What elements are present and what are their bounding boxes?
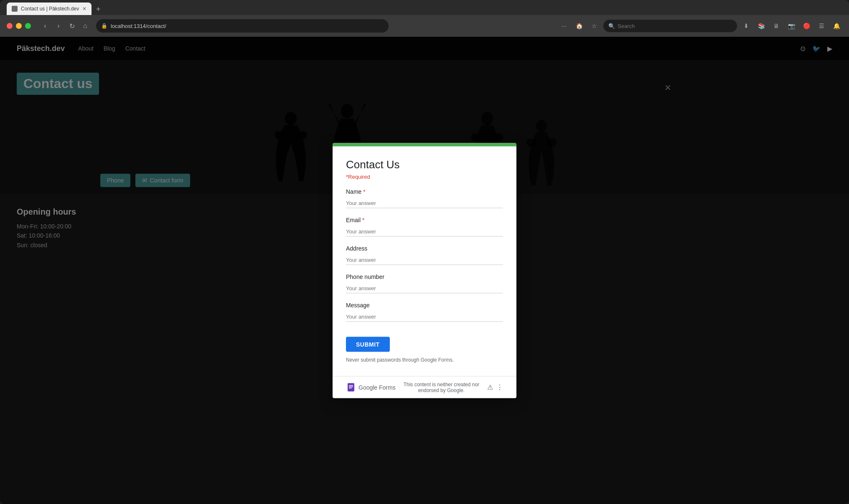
- warning-icon[interactable]: ⚠: [487, 383, 493, 391]
- reload-button[interactable]: ↻: [66, 20, 78, 32]
- submit-section: SUBMIT Never submit passwords through Go…: [333, 330, 516, 376]
- svg-rect-5: [349, 385, 353, 386]
- message-field-group: Message: [346, 301, 503, 322]
- more-options-icon[interactable]: ⋮: [496, 383, 503, 391]
- new-tab-button[interactable]: +: [92, 3, 104, 15]
- submit-button[interactable]: SUBMIT: [346, 337, 390, 352]
- traffic-lights: [7, 23, 31, 29]
- phone-field-label: Phone number: [346, 273, 503, 280]
- page-content: Päkstech.dev About Blog Contact ⊙ 🐦 ▶: [0, 37, 849, 504]
- browser-tab[interactable]: Contact us | Päkstech.dev ✕: [7, 3, 92, 15]
- name-label-text: Name: [346, 188, 361, 195]
- menu-icon[interactable]: ☰: [816, 20, 827, 32]
- minimize-window-button[interactable]: [16, 23, 22, 29]
- phone-input[interactable]: [346, 283, 503, 293]
- message-label-text: Message: [346, 301, 370, 308]
- name-field-group: Name *: [346, 188, 503, 208]
- required-note: *Required: [346, 173, 503, 180]
- phone-field-group: Phone number: [346, 273, 503, 293]
- message-field-label: Message: [346, 301, 503, 308]
- home-button[interactable]: ⌂: [79, 20, 91, 32]
- phone-label-text: Phone number: [346, 273, 384, 280]
- forward-button[interactable]: ›: [53, 20, 64, 32]
- reading-list-icon[interactable]: 📚: [755, 20, 767, 32]
- password-warning: Never submit passwords through Google Fo…: [346, 357, 503, 369]
- close-window-button[interactable]: [7, 23, 13, 29]
- email-field-label: Email *: [346, 216, 503, 223]
- modal-title: Contact Us: [346, 158, 503, 171]
- name-required-indicator: *: [363, 188, 365, 195]
- modal-footer: Google Forms This content is neither cre…: [333, 376, 516, 398]
- security-icon: 🔒: [101, 23, 107, 29]
- address-field-label: Address: [346, 245, 503, 251]
- address-input[interactable]: [346, 255, 503, 265]
- tab-favicon: [12, 6, 18, 12]
- bookmark-icon[interactable]: ☆: [588, 20, 600, 32]
- google-forms-logo: Google Forms: [346, 382, 396, 392]
- maximize-window-button[interactable]: [25, 23, 31, 29]
- contact-us-modal: Contact Us *Required Name * Email *: [333, 143, 516, 398]
- search-input[interactable]: [618, 23, 732, 29]
- name-field-label: Name *: [346, 188, 503, 195]
- browser-search-bar[interactable]: 🔍: [603, 20, 737, 32]
- extensions-icon[interactable]: ···: [558, 20, 570, 32]
- message-input[interactable]: [346, 312, 503, 322]
- browser-nav: ‹ › ↻ ⌂: [39, 20, 91, 32]
- addon-icon[interactable]: 🔴: [801, 20, 812, 32]
- svg-rect-6: [349, 386, 353, 387]
- tab-title: Contact us | Päkstech.dev: [21, 6, 79, 12]
- google-forms-icon: [346, 382, 356, 392]
- svg-rect-4: [348, 383, 354, 391]
- modal-accent-bar: [333, 143, 516, 146]
- tab-close-button[interactable]: ✕: [82, 6, 86, 12]
- email-required-indicator: *: [362, 216, 364, 223]
- browser-titlebar: ‹ › ↻ ⌂ 🔒 localhost:1314/contact/ ··· 🏠 …: [0, 15, 849, 37]
- address-bar[interactable]: 🔒 localhost:1314/contact/: [96, 19, 389, 33]
- google-forms-text: Google Forms: [358, 384, 396, 390]
- notification-icon[interactable]: 🔔: [831, 20, 842, 32]
- browser-toolbar-right: ··· 🏠 ☆ 🔍 ⬇ 📚 🖥 📷 🔴 ☰ 🔔: [558, 20, 842, 32]
- search-icon: 🔍: [608, 23, 615, 29]
- modal-close-button[interactable]: ✕: [662, 82, 674, 94]
- screenshot-icon[interactable]: 📷: [785, 20, 797, 32]
- email-label-text: Email: [346, 216, 361, 223]
- browser-window: Contact us | Päkstech.dev ✕ + ‹ › ↻ ⌂ 🔒 …: [0, 0, 849, 504]
- tab-bar: Contact us | Päkstech.dev ✕ +: [0, 0, 849, 15]
- footer-icons: ⚠ ⋮: [487, 383, 503, 391]
- pocket-icon[interactable]: 🏠: [573, 20, 585, 32]
- back-button[interactable]: ‹: [39, 20, 51, 32]
- download-icon[interactable]: ⬇: [740, 20, 752, 32]
- footer-disclaimer: This content is neither created nor endo…: [401, 381, 482, 393]
- url-text: localhost:1314/contact/: [111, 23, 166, 29]
- address-field-group: Address: [346, 245, 503, 265]
- email-input[interactable]: [346, 226, 503, 236]
- sync-icon[interactable]: 🖥: [770, 20, 782, 32]
- name-input[interactable]: [346, 198, 503, 208]
- modal-body: Contact Us *Required Name * Email *: [333, 146, 516, 322]
- svg-rect-7: [349, 387, 352, 388]
- email-field-group: Email *: [346, 216, 503, 236]
- address-label-text: Address: [346, 245, 367, 251]
